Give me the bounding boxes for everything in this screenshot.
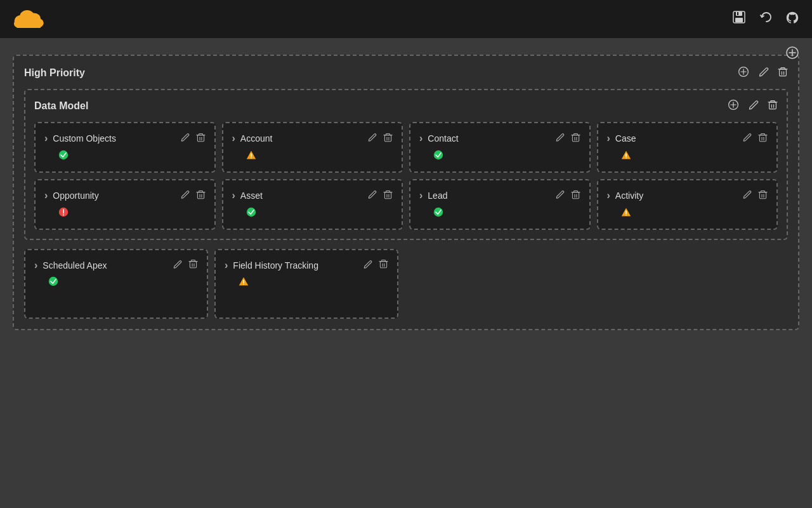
svg-point-44: [625, 157, 627, 159]
card-edit-icon[interactable]: [742, 190, 752, 201]
card-edit-icon[interactable]: [367, 133, 377, 144]
card-name: Case: [615, 133, 636, 144]
svg-rect-59: [759, 192, 766, 198]
add-top-right-button[interactable]: [785, 46, 799, 64]
card-delete-icon[interactable]: [383, 133, 393, 145]
svg-point-50: [63, 214, 64, 215]
card-lead: › Lead: [409, 179, 591, 230]
card-header: › Case: [607, 133, 768, 145]
github-icon[interactable]: [785, 11, 799, 28]
card-name: Lead: [428, 190, 447, 201]
data-model-header: Data Model: [34, 99, 778, 113]
card-header: › Asset: [232, 190, 393, 202]
svg-rect-8: [735, 18, 743, 22]
card-edit-icon[interactable]: [555, 190, 565, 201]
svg-rect-16: [780, 69, 787, 76]
card-edit-icon[interactable]: [742, 133, 752, 144]
topnav: [0, 0, 812, 38]
card-edit-icon[interactable]: [180, 133, 190, 144]
svg-rect-9: [737, 12, 738, 15]
card-chevron[interactable]: ›: [225, 260, 228, 271]
card-header: › Lead: [419, 190, 580, 202]
card-asset: › Asset: [222, 179, 403, 230]
card-edit-icon[interactable]: [180, 190, 190, 201]
card-delete-icon[interactable]: [758, 190, 768, 202]
svg-rect-7: [736, 11, 742, 16]
card-chevron[interactable]: ›: [607, 190, 610, 201]
card-status: [239, 276, 388, 289]
card-status: [58, 150, 206, 163]
card-chevron[interactable]: ›: [34, 260, 37, 271]
card-delete-icon[interactable]: [571, 190, 580, 202]
card-name: Custom Objects: [53, 133, 116, 144]
card-status: [433, 150, 580, 163]
card-name: Field History Tracking: [233, 260, 318, 271]
high-priority-title: High Priority: [24, 67, 85, 79]
card-delete-icon[interactable]: [571, 133, 580, 145]
high-priority-section: High Priority Data Model: [13, 55, 799, 330]
card-chevron[interactable]: ›: [44, 133, 48, 144]
card-delete-icon[interactable]: [383, 190, 393, 202]
data-model-delete-icon[interactable]: [768, 100, 778, 113]
data-model-row2: › Opportunity › Asset: [34, 179, 778, 230]
card-chevron[interactable]: ›: [232, 133, 235, 144]
svg-point-34: [251, 157, 252, 159]
card-status: [58, 207, 206, 220]
card-name: Account: [240, 133, 273, 144]
logo: [13, 5, 46, 33]
card-delete-icon[interactable]: [379, 259, 388, 271]
card-chevron[interactable]: ›: [419, 133, 422, 144]
data-model-edit-icon[interactable]: [748, 100, 759, 113]
card-status: [433, 207, 580, 220]
svg-point-54: [246, 207, 255, 216]
high-priority-add-icon[interactable]: [738, 66, 749, 80]
svg-point-28: [59, 150, 68, 159]
card-custom-objects: › Custom Objects: [34, 122, 216, 173]
card-delete-icon[interactable]: [196, 133, 206, 145]
svg-rect-5: [17, 22, 41, 28]
card-chevron[interactable]: ›: [419, 190, 422, 201]
svg-rect-25: [197, 135, 204, 141]
card-header: › Account: [232, 133, 393, 145]
card-chevron[interactable]: ›: [607, 133, 610, 144]
svg-rect-65: [190, 262, 196, 268]
card-edit-icon[interactable]: [555, 133, 565, 144]
svg-rect-39: [759, 135, 766, 141]
card-case: › Case: [597, 122, 778, 173]
card-header: › Activity: [607, 190, 768, 202]
card-edit-icon[interactable]: [173, 260, 182, 271]
card-header: › Field History Tracking: [225, 259, 388, 271]
svg-point-74: [243, 284, 244, 285]
bottom-row: › Scheduled Apex › Field History Trackin…: [24, 249, 788, 319]
card-name: Activity: [615, 190, 643, 201]
data-model-add-icon[interactable]: [728, 99, 739, 113]
high-priority-delete-icon[interactable]: [778, 67, 788, 80]
save-icon[interactable]: [732, 10, 746, 28]
svg-rect-22: [769, 102, 776, 109]
card-edit-icon[interactable]: [363, 260, 372, 271]
card-chevron[interactable]: ›: [44, 190, 48, 201]
card-scheduled-apex: › Scheduled Apex: [24, 249, 208, 319]
data-model-actions: [728, 99, 778, 113]
card-account: › Account: [222, 122, 403, 173]
card-field-history-tracking: › Field History Tracking: [214, 249, 398, 319]
card-header: › Scheduled Apex: [34, 259, 198, 271]
svg-rect-45: [197, 192, 204, 198]
card-delete-icon[interactable]: [196, 190, 206, 202]
card-delete-icon[interactable]: [188, 259, 198, 271]
data-model-title: Data Model: [34, 100, 88, 112]
card-status: [246, 150, 393, 163]
undo-icon[interactable]: [759, 10, 773, 28]
high-priority-edit-icon[interactable]: [758, 67, 769, 80]
data-model-row1: › Custom Objects › Account: [34, 122, 778, 173]
card-name: Scheduled Apex: [43, 260, 107, 271]
card-activity: › Activity: [597, 179, 778, 230]
card-chevron[interactable]: ›: [232, 190, 235, 201]
svg-point-64: [625, 215, 627, 216]
card-header: › Custom Objects: [44, 133, 206, 145]
topnav-actions: [732, 10, 799, 28]
card-delete-icon[interactable]: [758, 133, 768, 145]
card-edit-icon[interactable]: [367, 190, 377, 201]
card-name: Asset: [240, 190, 263, 201]
svg-rect-69: [380, 262, 386, 268]
